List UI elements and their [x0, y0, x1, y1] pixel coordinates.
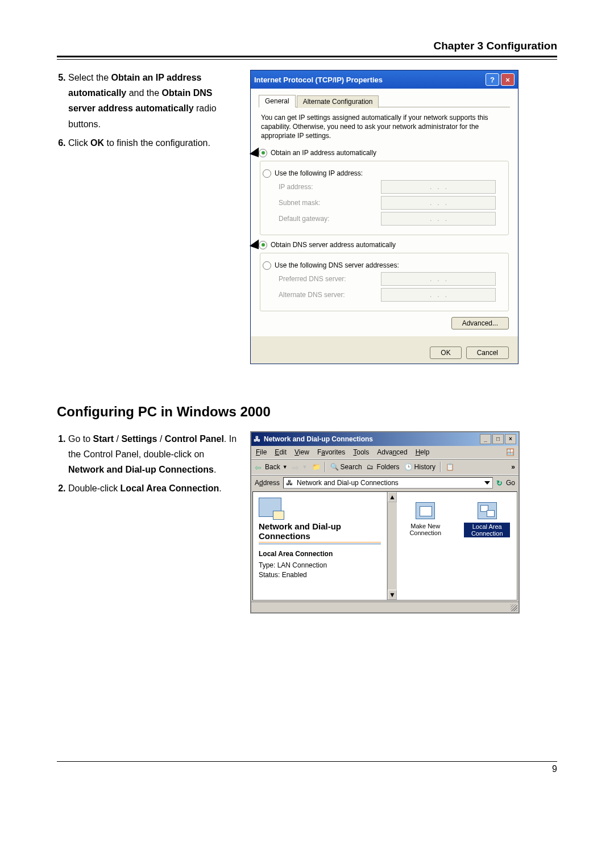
address-field[interactable]: Network and Dial-up Connections — [283, 477, 493, 489]
menu-advanced[interactable]: Advanced — [377, 448, 407, 456]
dialog-titlebar[interactable]: Internet Protocol (TCP/IP) Properties ? … — [251, 70, 518, 89]
minimize-button[interactable]: _ — [480, 434, 491, 444]
item-label: Local Area Connection — [464, 523, 510, 537]
page-number: 9 — [57, 764, 557, 774]
info-panel-rule — [259, 542, 381, 544]
info-panel-title: Network and Dial-up Connections — [259, 521, 381, 541]
menu-tools[interactable]: Tools — [353, 448, 369, 456]
folders-button[interactable]: Folders — [367, 463, 400, 471]
preferred-dns-field[interactable]: . . . — [381, 272, 496, 286]
radio-auto-dns-label: Obtain DNS server address automatically — [271, 241, 396, 249]
subnet-mask-label: Subnet mask: — [279, 199, 375, 207]
dropdown-arrow-icon[interactable] — [484, 481, 490, 485]
address-label: Address — [255, 479, 280, 487]
scroll-up-button[interactable]: ▲ — [388, 492, 397, 502]
close-button[interactable]: × — [505, 434, 516, 444]
make-new-connection-icon — [416, 502, 435, 519]
instructions-block-2: Go to Start / Settings / Control Panel. … — [57, 431, 239, 500]
go-icon — [496, 479, 504, 487]
windows-logo-icon: 🪟 — [506, 448, 514, 456]
default-gateway-label: Default gateway: — [279, 215, 375, 223]
network-connections-icon — [259, 498, 281, 517]
forward-icon — [292, 463, 300, 471]
step-1: Go to Start / Settings / Control Panel. … — [68, 431, 239, 478]
ip-address-field[interactable]: . . . — [381, 180, 496, 194]
make-new-connection-item[interactable]: Make New Connection — [404, 502, 447, 590]
section-heading-win2000: Configuring PC in Windows 2000 — [57, 404, 557, 420]
scroll-down-button[interactable]: ▼ — [388, 590, 397, 600]
default-gateway-field[interactable]: . . . — [381, 212, 496, 226]
item-label: Make New Connection — [404, 523, 447, 536]
instructions-block-1: Select the Obtain an IP address automati… — [57, 70, 239, 154]
address-bar: Address Network and Dial-up Connections … — [251, 475, 518, 490]
go-button[interactable]: Go — [496, 479, 515, 487]
tab-general[interactable]: General — [259, 95, 296, 107]
tab-alternate[interactable]: Alternate Configuration — [297, 95, 379, 108]
toolbar-separator — [325, 462, 326, 472]
help-button[interactable]: ? — [486, 73, 499, 86]
step-2: Double-click Local Area Connection. — [68, 481, 239, 496]
close-button[interactable]: × — [501, 73, 515, 86]
radio-manual-ip[interactable] — [263, 169, 271, 178]
radio-manual-dns[interactable] — [263, 261, 271, 270]
network-icon — [286, 479, 294, 487]
window-title: Network and Dial-up Connections — [264, 435, 373, 443]
search-icon — [330, 463, 338, 471]
search-button[interactable]: Search — [330, 463, 362, 471]
maximize-button[interactable]: □ — [492, 434, 504, 444]
window-titlebar[interactable]: Network and Dial-up Connections _ □ × — [251, 432, 518, 446]
dialog-description: You can get IP settings assigned automat… — [261, 113, 508, 141]
history-button[interactable]: History — [404, 463, 435, 471]
ok-button[interactable]: OK — [430, 347, 461, 359]
network-connections-window: Network and Dial-up Connections _ □ × Fi… — [250, 431, 520, 614]
radio-auto-ip-label: Obtain an IP address automatically — [271, 149, 376, 157]
radio-manual-ip-label: Use the following IP address: — [275, 169, 363, 177]
up-icon — [312, 463, 320, 471]
back-icon — [255, 463, 263, 471]
alternate-dns-field[interactable]: . . . — [381, 288, 496, 302]
resize-grip[interactable] — [511, 604, 517, 611]
advanced-button[interactable]: Advanced... — [451, 317, 509, 329]
local-area-connection-icon — [478, 502, 497, 519]
header-rule — [57, 56, 557, 60]
toolbar: Back▼ ▼ Search Folders History 📋 » — [251, 459, 518, 475]
info-panel-type: Type: LAN Connection — [259, 561, 381, 569]
ip-address-label: IP address: — [279, 183, 375, 191]
status-bar — [251, 602, 518, 612]
preferred-dns-label: Preferred DNS server: — [279, 275, 375, 283]
network-icon — [254, 435, 262, 443]
local-area-connection-item[interactable]: Local Area Connection — [464, 502, 510, 590]
menu-help[interactable]: Help — [416, 448, 430, 456]
toolbar-extra-button[interactable]: 📋 — [446, 463, 454, 471]
forward-button[interactable]: ▼ — [292, 463, 308, 471]
menu-bar[interactable]: File Edit View Favorites Tools Advanced … — [251, 446, 518, 459]
address-value: Network and Dial-up Connections — [297, 479, 399, 487]
footer-rule — [57, 761, 557, 762]
step-5: Select the Obtain an IP address automati… — [68, 70, 239, 132]
back-button[interactable]: Back▼ — [255, 463, 288, 471]
up-button[interactable] — [312, 463, 320, 471]
left-scrollbar[interactable]: ▲ ▼ — [387, 492, 397, 600]
info-panel: Network and Dial-up Connections Local Ar… — [253, 492, 387, 600]
dialog-title: Internet Protocol (TCP/IP) Properties — [254, 76, 383, 84]
menu-favorites[interactable]: Favorites — [317, 448, 345, 456]
subnet-mask-field[interactable]: . . . — [381, 196, 496, 210]
toolbar-overflow[interactable]: » — [511, 463, 515, 471]
toolbar-separator — [440, 462, 441, 472]
menu-edit[interactable]: Edit — [275, 448, 287, 456]
info-panel-status: Status: Enabled — [259, 571, 381, 579]
folders-icon — [367, 463, 375, 471]
alternate-dns-label: Alternate DNS server: — [279, 291, 375, 299]
step-6: Click OK to finish the configuration. — [68, 135, 239, 151]
chapter-header: Chapter 3 Configuration — [57, 40, 557, 52]
menu-file[interactable]: File — [256, 448, 267, 456]
info-panel-subtitle: Local Area Connection — [259, 550, 381, 558]
tcpip-properties-dialog: Internet Protocol (TCP/IP) Properties ? … — [250, 70, 518, 364]
radio-manual-dns-label: Use the following DNS server addresses: — [275, 261, 399, 269]
history-icon — [404, 463, 412, 471]
cancel-button[interactable]: Cancel — [466, 347, 509, 359]
menu-view[interactable]: View — [294, 448, 309, 456]
items-pane: Make New Connection Local Area Connectio… — [397, 492, 517, 600]
